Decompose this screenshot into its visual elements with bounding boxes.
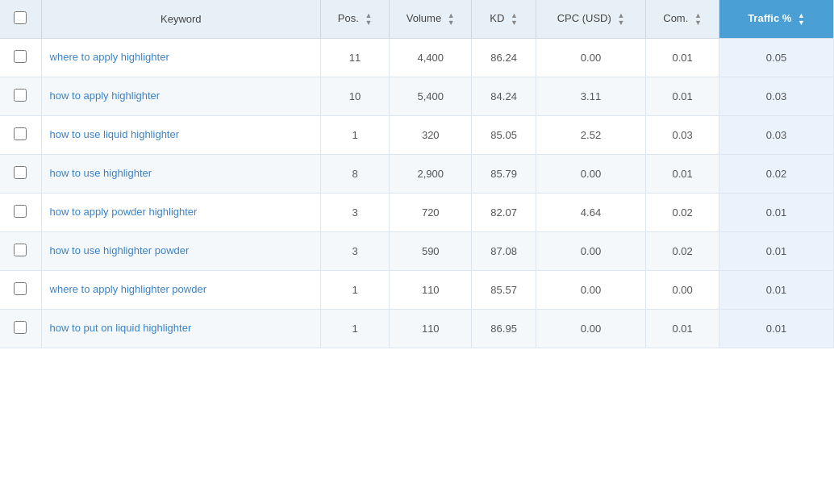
cpc-cell: 3.11 bbox=[536, 77, 645, 116]
keyword-link[interactable]: how to use highlighter powder bbox=[50, 244, 190, 256]
volume-cell: 320 bbox=[390, 116, 472, 155]
cpc-cell: 0.00 bbox=[536, 310, 645, 348]
traffic-cell: 0.01 bbox=[719, 232, 833, 271]
pos-cell: 11 bbox=[320, 39, 389, 77]
keyword-cell: how to apply highlighter bbox=[41, 77, 320, 116]
keyword-link[interactable]: how to apply highlighter bbox=[50, 90, 161, 102]
header-pos[interactable]: Pos. ▲▼ bbox=[320, 0, 389, 39]
cpc-cell: 0.00 bbox=[536, 232, 645, 271]
header-volume[interactable]: Volume ▲▼ bbox=[390, 0, 472, 39]
cpc-sort-icon: ▲▼ bbox=[617, 12, 624, 27]
volume-sort-icon: ▲▼ bbox=[448, 12, 455, 27]
com-cell: 0.01 bbox=[646, 155, 719, 194]
row-checkbox-cell bbox=[0, 271, 41, 310]
volume-cell: 590 bbox=[390, 232, 472, 271]
header-checkbox-col bbox=[0, 0, 41, 39]
keyword-table: Keyword Pos. ▲▼ Volume ▲▼ KD ▲▼ CPC (USD… bbox=[0, 0, 834, 348]
com-cell: 0.01 bbox=[646, 39, 719, 77]
kd-cell: 86.24 bbox=[472, 39, 536, 77]
traffic-cell: 0.02 bbox=[719, 155, 833, 194]
traffic-sort-icon: ▲▼ bbox=[798, 12, 805, 27]
row-checkbox[interactable] bbox=[14, 282, 27, 295]
row-checkbox-cell bbox=[0, 310, 41, 348]
table-row: how to use highlighter82,90085.790.000.0… bbox=[0, 155, 834, 194]
keyword-link[interactable]: how to put on liquid highlighter bbox=[50, 322, 192, 334]
cpc-cell: 0.00 bbox=[536, 39, 645, 77]
com-cell: 0.01 bbox=[646, 77, 719, 116]
keyword-link[interactable]: how to use highlighter bbox=[50, 167, 152, 179]
row-checkbox-cell bbox=[0, 39, 41, 77]
keyword-link[interactable]: how to use liquid highlighter bbox=[50, 128, 179, 140]
pos-cell: 3 bbox=[320, 232, 389, 271]
volume-cell: 110 bbox=[390, 271, 472, 310]
keyword-cell: how to use highlighter bbox=[41, 155, 320, 194]
table-row: where to apply highlighter114,40086.240.… bbox=[0, 39, 834, 77]
com-cell: 0.03 bbox=[646, 116, 719, 155]
keyword-link[interactable]: where to apply highlighter bbox=[50, 51, 169, 63]
header-keyword: Keyword bbox=[41, 0, 320, 39]
row-checkbox[interactable] bbox=[14, 321, 27, 334]
row-checkbox-cell bbox=[0, 194, 41, 232]
kd-cell: 85.05 bbox=[472, 116, 536, 155]
table-row: where to apply highlighter powder111085.… bbox=[0, 271, 834, 310]
keyword-cell: how to apply powder highlighter bbox=[41, 194, 320, 232]
kd-cell: 84.24 bbox=[472, 77, 536, 116]
table-row: how to put on liquid highlighter111086.9… bbox=[0, 310, 834, 348]
keyword-link[interactable]: how to apply powder highlighter bbox=[50, 206, 198, 218]
keyword-cell: how to put on liquid highlighter bbox=[41, 310, 320, 348]
traffic-cell: 0.03 bbox=[719, 116, 833, 155]
traffic-cell: 0.01 bbox=[719, 194, 833, 232]
row-checkbox[interactable] bbox=[14, 127, 27, 140]
traffic-cell: 0.03 bbox=[719, 77, 833, 116]
cpc-cell: 0.00 bbox=[536, 271, 645, 310]
volume-cell: 4,400 bbox=[390, 39, 472, 77]
kd-cell: 85.79 bbox=[472, 155, 536, 194]
table-row: how to use liquid highlighter132085.052.… bbox=[0, 116, 834, 155]
select-all-checkbox[interactable] bbox=[14, 11, 27, 24]
row-checkbox[interactable] bbox=[14, 166, 27, 179]
keyword-cell: where to apply highlighter bbox=[41, 39, 320, 77]
row-checkbox[interactable] bbox=[14, 244, 27, 256]
row-checkbox-cell bbox=[0, 155, 41, 194]
cpc-cell: 0.00 bbox=[536, 155, 645, 194]
header-com[interactable]: Com. ▲▼ bbox=[646, 0, 719, 39]
kd-sort-icon: ▲▼ bbox=[511, 12, 518, 27]
table-row: how to use highlighter powder359087.080.… bbox=[0, 232, 834, 271]
com-cell: 0.01 bbox=[646, 310, 719, 348]
keyword-cell: where to apply highlighter powder bbox=[41, 271, 320, 310]
cpc-cell: 2.52 bbox=[536, 116, 645, 155]
header-cpc[interactable]: CPC (USD) ▲▼ bbox=[536, 0, 645, 39]
pos-cell: 3 bbox=[320, 194, 389, 232]
row-checkbox-cell bbox=[0, 232, 41, 271]
header-kd[interactable]: KD ▲▼ bbox=[472, 0, 536, 39]
kd-cell: 86.95 bbox=[472, 310, 536, 348]
kd-cell: 85.57 bbox=[472, 271, 536, 310]
row-checkbox-cell bbox=[0, 116, 41, 155]
keyword-link[interactable]: where to apply highlighter powder bbox=[50, 283, 206, 295]
row-checkbox[interactable] bbox=[14, 89, 27, 102]
row-checkbox[interactable] bbox=[14, 205, 27, 218]
com-cell: 0.00 bbox=[646, 271, 719, 310]
kd-cell: 87.08 bbox=[472, 232, 536, 271]
keyword-table-wrapper: Keyword Pos. ▲▼ Volume ▲▼ KD ▲▼ CPC (USD… bbox=[0, 0, 834, 348]
cpc-cell: 4.64 bbox=[536, 194, 645, 232]
traffic-cell: 0.01 bbox=[719, 310, 833, 348]
com-cell: 0.02 bbox=[646, 232, 719, 271]
traffic-cell: 0.05 bbox=[719, 39, 833, 77]
pos-cell: 1 bbox=[320, 271, 389, 310]
volume-cell: 720 bbox=[390, 194, 472, 232]
pos-cell: 1 bbox=[320, 310, 389, 348]
row-checkbox[interactable] bbox=[14, 50, 27, 63]
volume-cell: 5,400 bbox=[390, 77, 472, 116]
pos-cell: 10 bbox=[320, 77, 389, 116]
pos-cell: 1 bbox=[320, 116, 389, 155]
keyword-cell: how to use highlighter powder bbox=[41, 232, 320, 271]
volume-cell: 2,900 bbox=[390, 155, 472, 194]
keyword-cell: how to use liquid highlighter bbox=[41, 116, 320, 155]
traffic-cell: 0.01 bbox=[719, 271, 833, 310]
kd-cell: 82.07 bbox=[472, 194, 536, 232]
row-checkbox-cell bbox=[0, 77, 41, 116]
header-traffic[interactable]: Traffic % ▲▼ bbox=[719, 0, 833, 39]
table-row: how to apply powder highlighter372082.07… bbox=[0, 194, 834, 232]
com-cell: 0.02 bbox=[646, 194, 719, 232]
